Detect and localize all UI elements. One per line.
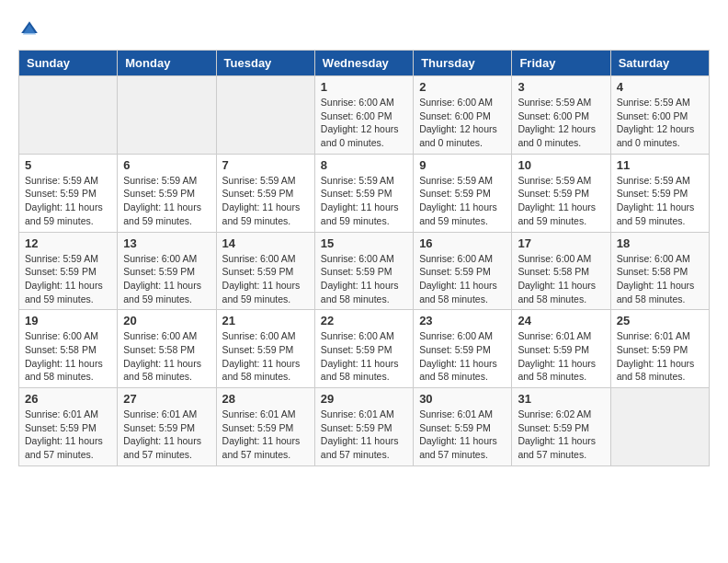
day-info: Sunrise: 5:59 AM Sunset: 5:59 PM Dayligh…: [419, 174, 506, 228]
calendar-cell: [216, 76, 314, 155]
weekday-header: Sunday: [19, 51, 118, 76]
calendar-cell: [610, 388, 709, 466]
day-info: Sunrise: 6:00 AM Sunset: 5:58 PM Dayligh…: [123, 329, 210, 384]
calendar-cell: 1Sunrise: 6:00 AM Sunset: 6:00 PM Daylig…: [314, 76, 413, 155]
day-number: 13: [123, 236, 210, 250]
calendar-cell: 18Sunrise: 6:00 AM Sunset: 5:58 PM Dayli…: [610, 232, 709, 310]
calendar-cell: 19Sunrise: 6:00 AM Sunset: 5:58 PM Dayli…: [19, 310, 118, 388]
day-info: Sunrise: 5:59 AM Sunset: 5:59 PM Dayligh…: [25, 174, 111, 228]
calendar-cell: 12Sunrise: 5:59 AM Sunset: 5:59 PM Dayli…: [19, 232, 118, 310]
calendar-cell: 16Sunrise: 6:00 AM Sunset: 5:59 PM Dayli…: [414, 232, 512, 310]
day-info: Sunrise: 6:00 AM Sunset: 5:58 PM Dayligh…: [25, 329, 111, 384]
day-info: Sunrise: 6:00 AM Sunset: 5:59 PM Dayligh…: [123, 252, 210, 306]
day-number: 19: [25, 314, 111, 327]
weekday-header: Tuesday: [216, 51, 314, 76]
day-info: Sunrise: 6:01 AM Sunset: 5:59 PM Dayligh…: [617, 329, 703, 384]
calendar-cell: 24Sunrise: 6:01 AM Sunset: 5:59 PM Dayli…: [512, 310, 610, 388]
day-info: Sunrise: 6:01 AM Sunset: 5:59 PM Dayligh…: [518, 329, 604, 384]
day-number: 29: [321, 392, 407, 406]
day-number: 22: [321, 314, 407, 327]
day-number: 27: [123, 392, 210, 406]
calendar-week-row: 12Sunrise: 5:59 AM Sunset: 5:59 PM Dayli…: [19, 232, 710, 310]
calendar-cell: 27Sunrise: 6:01 AM Sunset: 5:59 PM Dayli…: [118, 388, 216, 466]
calendar-cell: 2Sunrise: 6:00 AM Sunset: 6:00 PM Daylig…: [414, 76, 512, 155]
calendar-cell: 13Sunrise: 6:00 AM Sunset: 5:59 PM Dayli…: [118, 232, 216, 310]
day-number: 5: [25, 158, 111, 172]
calendar-week-row: 26Sunrise: 6:01 AM Sunset: 5:59 PM Dayli…: [19, 388, 710, 466]
day-info: Sunrise: 6:00 AM Sunset: 5:59 PM Dayligh…: [321, 252, 407, 306]
day-number: 21: [222, 314, 309, 327]
weekday-header: Thursday: [414, 51, 512, 76]
calendar-cell: 25Sunrise: 6:01 AM Sunset: 5:59 PM Dayli…: [610, 310, 709, 388]
day-info: Sunrise: 6:00 AM Sunset: 5:59 PM Dayligh…: [222, 329, 309, 384]
calendar-cell: 4Sunrise: 5:59 AM Sunset: 6:00 PM Daylig…: [610, 76, 709, 155]
calendar-cell: 7Sunrise: 5:59 AM Sunset: 5:59 PM Daylig…: [216, 154, 314, 232]
day-info: Sunrise: 6:02 AM Sunset: 5:59 PM Dayligh…: [518, 408, 604, 462]
weekday-header: Monday: [118, 51, 216, 76]
calendar-cell: 3Sunrise: 5:59 AM Sunset: 6:00 PM Daylig…: [512, 76, 610, 155]
day-info: Sunrise: 6:01 AM Sunset: 5:59 PM Dayligh…: [222, 408, 309, 462]
day-info: Sunrise: 6:00 AM Sunset: 6:00 PM Dayligh…: [321, 96, 407, 150]
calendar-cell: 26Sunrise: 6:01 AM Sunset: 5:59 PM Dayli…: [19, 388, 118, 466]
weekday-header: Friday: [512, 51, 610, 76]
calendar-cell: 5Sunrise: 5:59 AM Sunset: 5:59 PM Daylig…: [19, 154, 118, 232]
day-number: 23: [419, 314, 506, 327]
day-info: Sunrise: 6:01 AM Sunset: 5:59 PM Dayligh…: [321, 408, 407, 462]
day-info: Sunrise: 5:59 AM Sunset: 5:59 PM Dayligh…: [617, 174, 703, 228]
day-number: 7: [222, 158, 309, 172]
calendar-cell: 29Sunrise: 6:01 AM Sunset: 5:59 PM Dayli…: [314, 388, 413, 466]
day-info: Sunrise: 5:59 AM Sunset: 5:59 PM Dayligh…: [321, 174, 407, 228]
day-number: 3: [518, 80, 604, 94]
calendar-cell: 21Sunrise: 6:00 AM Sunset: 5:59 PM Dayli…: [216, 310, 314, 388]
page-header: [18, 18, 710, 40]
weekday-header: Saturday: [610, 51, 709, 76]
day-number: 14: [222, 236, 309, 250]
calendar-week-row: 19Sunrise: 6:00 AM Sunset: 5:58 PM Dayli…: [19, 310, 710, 388]
day-info: Sunrise: 6:00 AM Sunset: 5:59 PM Dayligh…: [419, 252, 506, 306]
calendar-cell: 17Sunrise: 6:00 AM Sunset: 5:58 PM Dayli…: [512, 232, 610, 310]
day-info: Sunrise: 6:00 AM Sunset: 5:58 PM Dayligh…: [617, 252, 703, 306]
calendar-cell: 11Sunrise: 5:59 AM Sunset: 5:59 PM Dayli…: [610, 154, 709, 232]
day-info: Sunrise: 5:59 AM Sunset: 6:00 PM Dayligh…: [617, 96, 703, 150]
calendar-cell: 10Sunrise: 5:59 AM Sunset: 5:59 PM Dayli…: [512, 154, 610, 232]
calendar-cell: 28Sunrise: 6:01 AM Sunset: 5:59 PM Dayli…: [216, 388, 314, 466]
day-info: Sunrise: 6:00 AM Sunset: 5:59 PM Dayligh…: [222, 252, 309, 306]
day-info: Sunrise: 6:00 AM Sunset: 5:59 PM Dayligh…: [321, 329, 407, 384]
calendar-header-row: SundayMondayTuesdayWednesdayThursdayFrid…: [19, 51, 710, 76]
calendar-cell: 22Sunrise: 6:00 AM Sunset: 5:59 PM Dayli…: [314, 310, 413, 388]
day-number: 9: [419, 158, 506, 172]
logo: [18, 18, 44, 40]
day-number: 16: [419, 236, 506, 250]
day-info: Sunrise: 5:59 AM Sunset: 5:59 PM Dayligh…: [123, 174, 210, 228]
calendar-week-row: 5Sunrise: 5:59 AM Sunset: 5:59 PM Daylig…: [19, 154, 710, 232]
day-number: 4: [617, 80, 703, 94]
calendar-cell: 20Sunrise: 6:00 AM Sunset: 5:58 PM Dayli…: [118, 310, 216, 388]
day-number: 10: [518, 158, 604, 172]
day-number: 1: [321, 80, 407, 94]
day-info: Sunrise: 6:00 AM Sunset: 6:00 PM Dayligh…: [419, 96, 506, 150]
calendar-cell: [118, 76, 216, 155]
day-number: 30: [419, 392, 506, 406]
day-number: 8: [321, 158, 407, 172]
calendar-cell: 9Sunrise: 5:59 AM Sunset: 5:59 PM Daylig…: [414, 154, 512, 232]
logo-icon: [18, 18, 40, 40]
calendar-cell: 31Sunrise: 6:02 AM Sunset: 5:59 PM Dayli…: [512, 388, 610, 466]
calendar-cell: 14Sunrise: 6:00 AM Sunset: 5:59 PM Dayli…: [216, 232, 314, 310]
day-info: Sunrise: 5:59 AM Sunset: 5:59 PM Dayligh…: [222, 174, 309, 228]
day-number: 6: [123, 158, 210, 172]
day-number: 26: [25, 392, 111, 406]
day-info: Sunrise: 5:59 AM Sunset: 6:00 PM Dayligh…: [518, 96, 604, 150]
day-number: 28: [222, 392, 309, 406]
weekday-header: Wednesday: [314, 51, 413, 76]
calendar-week-row: 1Sunrise: 6:00 AM Sunset: 6:00 PM Daylig…: [19, 76, 710, 155]
day-number: 12: [25, 236, 111, 250]
day-number: 18: [617, 236, 703, 250]
calendar-cell: 6Sunrise: 5:59 AM Sunset: 5:59 PM Daylig…: [118, 154, 216, 232]
day-number: 31: [518, 392, 604, 406]
day-number: 17: [518, 236, 604, 250]
calendar-cell: 8Sunrise: 5:59 AM Sunset: 5:59 PM Daylig…: [314, 154, 413, 232]
day-number: 25: [617, 314, 703, 327]
day-info: Sunrise: 6:01 AM Sunset: 5:59 PM Dayligh…: [25, 408, 111, 462]
day-info: Sunrise: 5:59 AM Sunset: 5:59 PM Dayligh…: [518, 174, 604, 228]
day-info: Sunrise: 6:00 AM Sunset: 5:58 PM Dayligh…: [518, 252, 604, 306]
